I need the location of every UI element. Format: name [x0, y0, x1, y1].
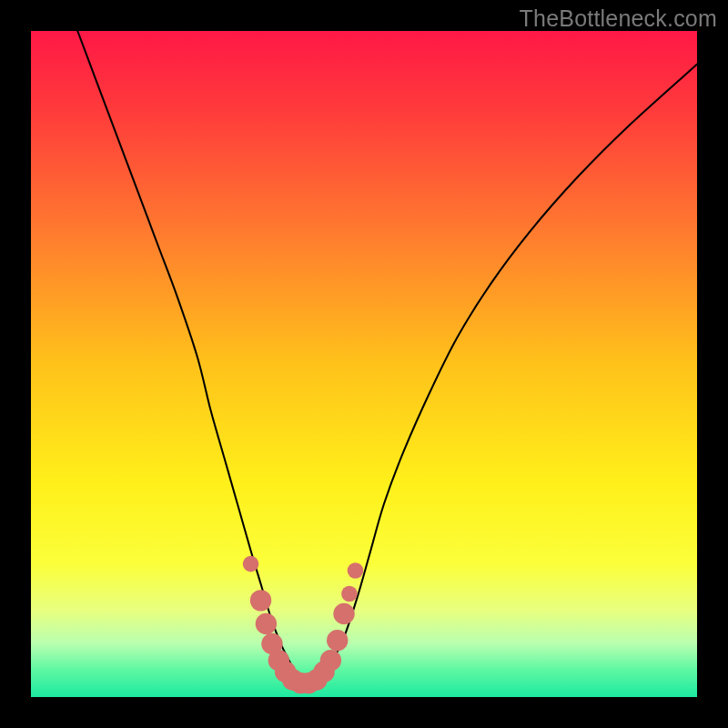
bottleneck-curve: [77, 31, 697, 684]
highlight-dot: [348, 562, 364, 579]
highlight-dots: [243, 556, 363, 694]
highlight-dot: [243, 556, 259, 572]
chart-frame: TheBottleneck.com: [0, 0, 728, 728]
watermark-text: TheBottleneck.com: [520, 5, 717, 32]
curve-layer: [31, 31, 697, 697]
highlight-dot: [341, 586, 358, 602]
highlight-dot: [333, 603, 354, 624]
highlight-dot: [250, 590, 271, 611]
highlight-dot: [320, 650, 341, 671]
plot-area: [31, 31, 697, 697]
highlight-dot: [327, 630, 348, 651]
highlight-dot: [256, 613, 277, 634]
